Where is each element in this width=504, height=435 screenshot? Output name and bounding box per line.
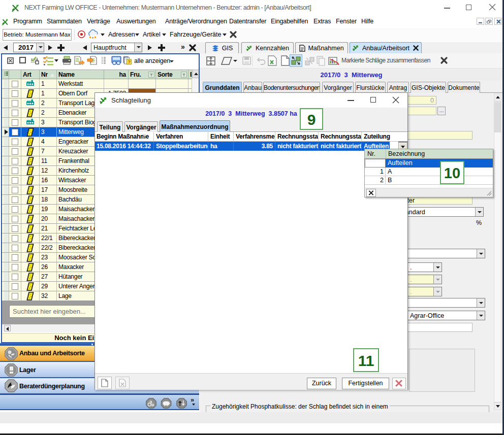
- svg-text:?: ?: [128, 59, 131, 64]
